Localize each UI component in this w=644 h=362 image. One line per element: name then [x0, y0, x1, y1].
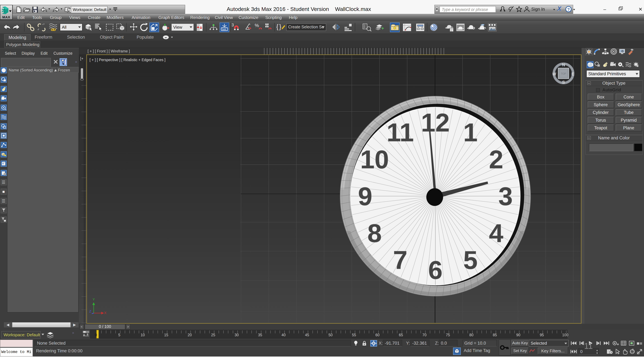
svg-text:E: E — [572, 71, 574, 76]
svg-text:12: 12 — [421, 108, 450, 137]
svg-text:}: } — [279, 23, 281, 30]
svg-text:1: 1 — [463, 118, 478, 147]
svg-text:10: 10 — [360, 145, 389, 174]
svg-text:N: N — [562, 62, 565, 67]
svg-text:Y: Y — [92, 298, 95, 301]
svg-text:X: X — [104, 311, 106, 315]
svg-text:9: 9 — [358, 182, 372, 210]
svg-text:W: W — [552, 71, 556, 76]
svg-text:%: % — [255, 23, 259, 28]
svg-text:8: 8 — [367, 219, 382, 247]
svg-text:5: 5 — [463, 245, 478, 274]
svg-text:6: 6 — [428, 255, 442, 284]
svg-text:TOP: TOP — [561, 72, 566, 75]
svg-text:Z: Z — [89, 310, 91, 313]
svg-text:4: 4 — [489, 219, 503, 247]
svg-text:11: 11 — [386, 118, 414, 147]
svg-text:7: 7 — [393, 245, 407, 274]
svg-text:3: 3 — [232, 22, 234, 27]
svg-text:S: S — [562, 80, 565, 84]
svg-text:2: 2 — [489, 145, 503, 174]
svg-text:{: { — [276, 23, 278, 30]
svg-text:3: 3 — [498, 182, 512, 210]
